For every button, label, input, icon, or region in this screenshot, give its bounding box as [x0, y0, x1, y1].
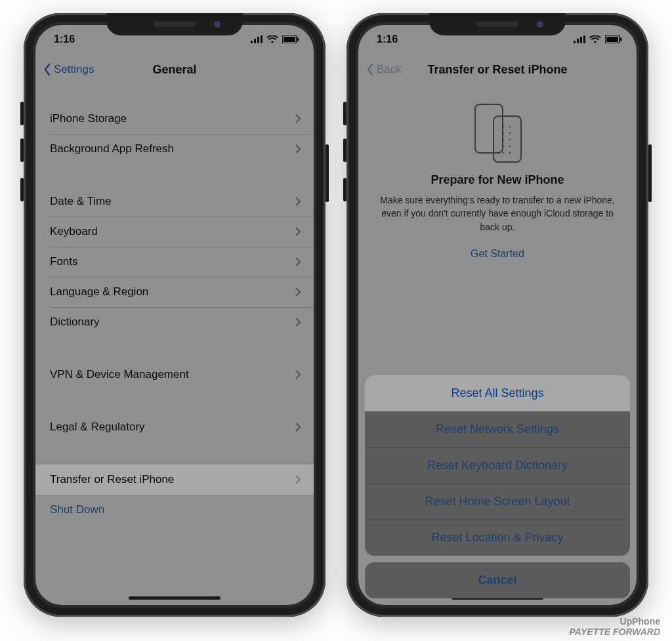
svg-rect-5 — [284, 37, 295, 42]
row-legal[interactable]: Legal & Regulatory — [35, 412, 314, 442]
chevron-right-icon — [295, 475, 301, 484]
cellular-icon — [574, 35, 585, 43]
home-indicator[interactable] — [129, 596, 220, 600]
opt-reset-all-settings[interactable]: Reset All Settings — [365, 375, 630, 411]
cellular-icon — [251, 35, 262, 43]
nav-bar: Settings General — [35, 54, 314, 85]
group-storage: iPhone Storage Background App Refresh — [35, 104, 314, 164]
svg-rect-12 — [606, 37, 618, 42]
chevron-right-icon — [295, 197, 301, 206]
chevron-right-icon — [295, 257, 301, 266]
svg-rect-0 — [251, 41, 253, 43]
svg-rect-8 — [577, 39, 579, 43]
notch — [429, 13, 566, 35]
svg-rect-1 — [254, 39, 256, 43]
chevron-right-icon — [295, 227, 301, 236]
speaker-slot — [154, 22, 196, 27]
battery-icon — [282, 35, 299, 43]
svg-rect-3 — [261, 35, 262, 43]
back-button[interactable]: Settings — [43, 63, 94, 76]
chevron-right-icon — [295, 287, 301, 297]
row-label: Language & Region — [50, 285, 148, 299]
chevron-left-icon — [43, 63, 51, 76]
devices-icon — [469, 104, 526, 163]
row-label: VPN & Device Management — [50, 368, 189, 381]
row-keyboard[interactable]: Keyboard — [35, 217, 314, 247]
row-vpn[interactable]: VPN & Device Management — [35, 360, 314, 390]
screen-left: 1:16 Settings General iPhone Storage — [35, 25, 314, 605]
nav-bar: Back Transfer or Reset iPhone — [358, 54, 637, 85]
row-label: Dictionary — [50, 316, 100, 329]
notch — [106, 13, 243, 35]
chevron-right-icon — [295, 318, 301, 327]
chevron-right-icon — [295, 423, 301, 432]
row-label: Legal & Regulatory — [50, 421, 145, 434]
iphone-left: 1:16 Settings General iPhone Storage — [24, 13, 326, 617]
chevron-right-icon — [295, 370, 301, 379]
reset-action-sheet: Reset All Settings Reset Network Setting… — [365, 375, 630, 598]
row-label: Transfer or Reset iPhone — [50, 473, 174, 486]
status-time: 1:16 — [54, 33, 75, 45]
row-label: Fonts — [50, 255, 78, 268]
front-camera — [537, 21, 543, 28]
get-started-link[interactable]: Get Started — [378, 248, 617, 260]
row-transfer-reset[interactable]: Transfer or Reset iPhone — [35, 465, 314, 495]
row-shut-down[interactable]: Shut Down — [35, 495, 314, 525]
svg-rect-7 — [574, 41, 576, 43]
row-dictionary[interactable]: Dictionary — [35, 307, 314, 337]
row-background-refresh[interactable]: Background App Refresh — [35, 134, 314, 164]
row-iphone-storage[interactable]: iPhone Storage — [35, 104, 314, 134]
chevron-left-icon — [366, 63, 374, 76]
battery-icon — [605, 35, 622, 43]
opt-reset-location-privacy[interactable]: Reset Location & Privacy — [365, 520, 630, 556]
group-legal: Legal & Regulatory — [35, 412, 314, 442]
cancel-button[interactable]: Cancel — [365, 562, 630, 598]
group-vpn: VPN & Device Management — [35, 360, 314, 390]
row-fonts[interactable]: Fonts — [35, 247, 314, 277]
prepare-heading: Prepare for New iPhone — [378, 173, 617, 187]
prepare-panel: Prepare for New iPhone Make sure everyth… — [358, 104, 637, 260]
svg-rect-2 — [257, 37, 259, 43]
wifi-icon — [589, 35, 601, 43]
status-icons — [574, 35, 622, 43]
opt-reset-network[interactable]: Reset Network Settings — [365, 411, 630, 447]
chevron-right-icon — [295, 114, 301, 123]
row-label: Background App Refresh — [50, 142, 174, 155]
wifi-icon — [266, 35, 278, 43]
row-label: iPhone Storage — [50, 112, 127, 125]
row-label: Date & Time — [50, 195, 112, 208]
speaker-slot — [476, 22, 518, 27]
svg-rect-9 — [580, 37, 582, 43]
prepare-body: Make sure everything's ready to transfer… — [378, 194, 617, 234]
group-transfer: Transfer or Reset iPhone Shut Down — [35, 465, 314, 525]
row-label: Shut Down — [50, 503, 104, 516]
status-time: 1:16 — [377, 33, 398, 45]
row-date-time[interactable]: Date & Time — [35, 186, 314, 217]
sheet-cancel-block: Cancel — [365, 562, 630, 598]
opt-reset-home-layout[interactable]: Reset Home Screen Layout — [365, 484, 630, 520]
svg-rect-13 — [620, 38, 622, 41]
row-language-region[interactable]: Language & Region — [35, 277, 314, 307]
sheet-options: Reset All Settings Reset Network Setting… — [365, 375, 630, 556]
status-icons — [251, 35, 299, 43]
row-label: Keyboard — [50, 225, 98, 238]
opt-reset-keyboard-dict[interactable]: Reset Keyboard Dictionary — [365, 447, 630, 484]
front-camera — [214, 21, 220, 28]
chevron-right-icon — [295, 144, 301, 154]
iphone-right: 1:16 Back Transfer or Reset iPhone — [346, 13, 648, 617]
back-label: Settings — [54, 63, 94, 76]
back-label: Back — [377, 63, 402, 76]
back-button[interactable]: Back — [366, 63, 402, 76]
group-datetime: Date & Time Keyboard Fonts Language & Re… — [35, 186, 314, 337]
screen-right: 1:16 Back Transfer or Reset iPhone — [358, 25, 637, 605]
svg-rect-10 — [583, 35, 585, 43]
svg-rect-6 — [297, 38, 299, 41]
